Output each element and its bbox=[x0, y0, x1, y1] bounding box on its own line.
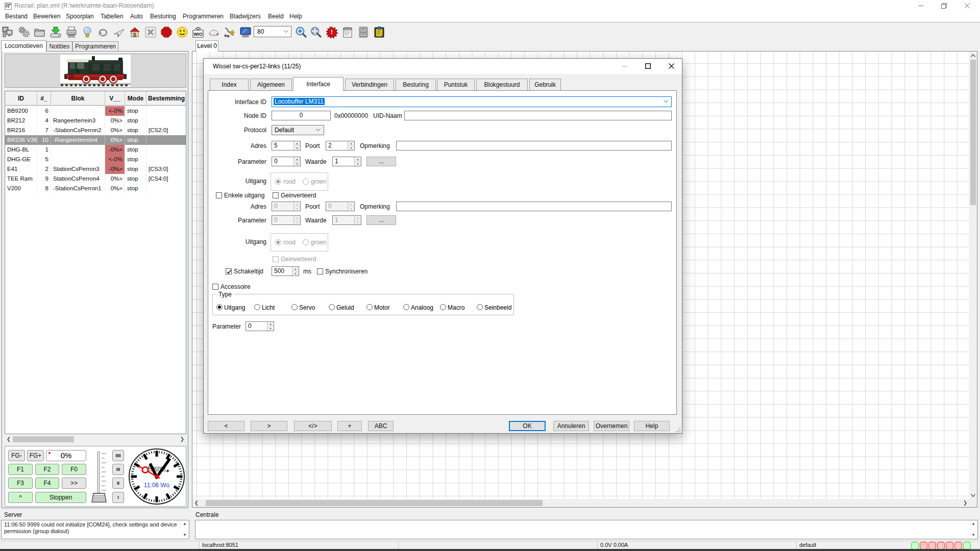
loco-row-dhg-ge[interactable]: DHG-GE5<-0%stop bbox=[5, 155, 186, 164]
opmerking2-input[interactable] bbox=[396, 202, 672, 211]
column-header-id[interactable]: ID bbox=[5, 91, 37, 106]
dialog-tab-index[interactable]: Index bbox=[210, 79, 249, 90]
parameter2-spinner[interactable]: 0▲▼ bbox=[272, 215, 301, 225]
add-button[interactable]: + bbox=[337, 421, 362, 431]
loco-row-bb9200[interactable]: BB92006<-0%stop bbox=[5, 106, 186, 116]
column-header-blok[interactable]: Blok bbox=[51, 91, 105, 106]
menu-auto[interactable]: Auto bbox=[130, 13, 143, 20]
next-button[interactable]: > bbox=[251, 421, 287, 431]
scroll-up-icon[interactable]: ▲ bbox=[970, 521, 976, 527]
groen2-radio[interactable] bbox=[303, 239, 309, 245]
menu-spoorplan[interactable]: Spoorplan bbox=[66, 13, 94, 20]
annuleren-button[interactable]: Annuleren bbox=[553, 421, 589, 431]
rood1-radio[interactable] bbox=[275, 179, 281, 185]
column-header-bestemming[interactable]: Bestemming bbox=[146, 91, 186, 106]
dialog-tab-besturing[interactable]: Besturing bbox=[396, 79, 436, 90]
canvas-vertical-scrollbar[interactable] bbox=[969, 52, 977, 507]
scroll-right-icon[interactable]: ❯ bbox=[961, 499, 969, 507]
clipboard-icon[interactable] bbox=[373, 26, 385, 38]
fg-minus-button[interactable]: FG- bbox=[8, 450, 25, 461]
column-header-[interactable]: #_ bbox=[37, 91, 51, 106]
fg-plus-button[interactable]: FG+ bbox=[27, 450, 44, 461]
parameter1-spinner[interactable]: 0▲▼ bbox=[272, 157, 301, 166]
card-cabinet-icon[interactable] bbox=[357, 26, 370, 38]
power-cable-icon[interactable] bbox=[224, 26, 236, 38]
groen1-radio[interactable] bbox=[303, 179, 309, 185]
canvas-horizontal-scrollbar[interactable]: ❮ ❯ bbox=[192, 499, 969, 507]
tab-level-0[interactable]: Level 0 bbox=[195, 40, 218, 52]
geinverteerd1-checkbox[interactable] bbox=[273, 192, 279, 198]
interface-id-combo[interactable]: Locobuffer LM311 bbox=[272, 96, 672, 107]
resize-grip[interactable] bbox=[676, 427, 681, 432]
more-functions-button[interactable]: >> bbox=[62, 478, 86, 489]
red-burst-icon[interactable]: ! bbox=[326, 26, 338, 38]
accessoire-checkbox[interactable] bbox=[212, 284, 218, 290]
menu-programmeren[interactable]: Programmeren bbox=[183, 13, 224, 20]
slider-handle[interactable] bbox=[92, 493, 106, 502]
zoom-level-combo[interactable]: 80 bbox=[254, 26, 291, 37]
minimize-button[interactable] bbox=[910, 0, 933, 12]
f0-button[interactable]: F0 bbox=[62, 464, 86, 475]
adres2-spinner[interactable]: 0▲▼ bbox=[272, 202, 301, 211]
abc-button[interactable]: ABC bbox=[368, 421, 394, 431]
wio-wifi-icon[interactable]: WIO bbox=[192, 26, 204, 38]
choose1-button[interactable]: ... bbox=[366, 157, 396, 166]
scroll-up-icon[interactable]: ▲ bbox=[182, 521, 188, 527]
f1-button[interactable]: F1 bbox=[8, 464, 33, 475]
gears-icon[interactable] bbox=[18, 26, 30, 38]
rood2-radio[interactable] bbox=[275, 239, 281, 245]
stop-sign-icon[interactable] bbox=[160, 26, 173, 38]
radio-analoog[interactable] bbox=[403, 304, 409, 310]
ok-button[interactable]: OK bbox=[509, 421, 546, 431]
help-button[interactable]: Help bbox=[634, 421, 670, 431]
scrollbar-thumb[interactable] bbox=[13, 436, 74, 442]
smiley-icon[interactable] bbox=[176, 26, 188, 38]
f2-button[interactable]: F2 bbox=[35, 464, 59, 475]
scroll-up-icon[interactable] bbox=[969, 52, 977, 59]
waarde1-spinner[interactable]: 1▲▼ bbox=[332, 157, 361, 166]
save-drive-icon[interactable] bbox=[50, 26, 62, 38]
schakeltijd-checkbox[interactable] bbox=[226, 268, 232, 274]
scroll-down-icon[interactable] bbox=[969, 491, 977, 499]
synchroniseren-checkbox[interactable] bbox=[317, 268, 323, 274]
poort1-spinner[interactable]: 2▲▼ bbox=[326, 141, 355, 151]
tab-locomotieven[interactable]: Locomotieven bbox=[1, 40, 46, 52]
protocol-select[interactable]: Default bbox=[272, 125, 324, 135]
dialog-tab-algemeen[interactable]: Algemeen bbox=[250, 79, 292, 90]
f4-button[interactable]: F4 bbox=[35, 478, 59, 489]
centrale-log[interactable]: ▲ ▼ bbox=[195, 520, 978, 539]
menu-beeld[interactable]: Beeld bbox=[268, 13, 284, 20]
enkele-uitgang-checkbox[interactable] bbox=[216, 192, 222, 198]
dialog-minimize-button[interactable] bbox=[617, 59, 633, 74]
dialog-tab-blokgestuurd[interactable]: Blokgestuurd bbox=[476, 79, 528, 90]
folder-icon[interactable] bbox=[34, 26, 46, 38]
uid-naam-input[interactable] bbox=[404, 111, 672, 120]
close-x-icon[interactable] bbox=[144, 26, 157, 38]
column-header-mode[interactable]: Mode bbox=[125, 91, 146, 106]
schakeltijd-spinner[interactable]: 500▲▼ bbox=[272, 266, 299, 276]
scroll-down-icon[interactable]: ▼ bbox=[970, 532, 976, 538]
dir-up-button[interactable]: ^ bbox=[8, 492, 33, 503]
column-header-v[interactable]: V__ bbox=[105, 91, 125, 106]
radio-motor[interactable] bbox=[366, 304, 373, 310]
dialog-tab-interface[interactable]: Interface bbox=[293, 77, 344, 91]
scroll-right-icon[interactable]: ❯ bbox=[178, 435, 186, 443]
menu-tabellen[interactable]: Tabellen bbox=[101, 13, 124, 20]
dialog-tab-verbindingen[interactable]: Verbindingen bbox=[345, 79, 394, 90]
opmerking1-input[interactable] bbox=[396, 141, 672, 151]
overnemen-button[interactable]: Overnemen bbox=[594, 421, 629, 431]
loop-arrows-icon[interactable] bbox=[97, 26, 109, 38]
loco-row-v200[interactable]: V2008-StationCsPerron10%>stop bbox=[5, 184, 186, 193]
dialog-maximize-button[interactable] bbox=[640, 59, 656, 74]
tab-notities[interactable]: Notities bbox=[46, 41, 72, 52]
dialog-close-button[interactable] bbox=[663, 59, 679, 74]
speed-step-ii[interactable]: II bbox=[112, 478, 124, 489]
printer-icon[interactable] bbox=[65, 26, 78, 38]
scrollbar-thumb[interactable] bbox=[970, 60, 976, 205]
maximize-button[interactable] bbox=[933, 0, 955, 12]
loco-row-e41[interactable]: E412StationCsPerron3-0%>stop[CS3:0] bbox=[5, 164, 186, 174]
scroll-down-icon[interactable]: ▼ bbox=[182, 532, 188, 538]
f3-button[interactable]: F3 bbox=[8, 478, 33, 489]
radio-licht[interactable] bbox=[254, 304, 260, 310]
zoom-fit-icon[interactable] bbox=[310, 26, 322, 38]
